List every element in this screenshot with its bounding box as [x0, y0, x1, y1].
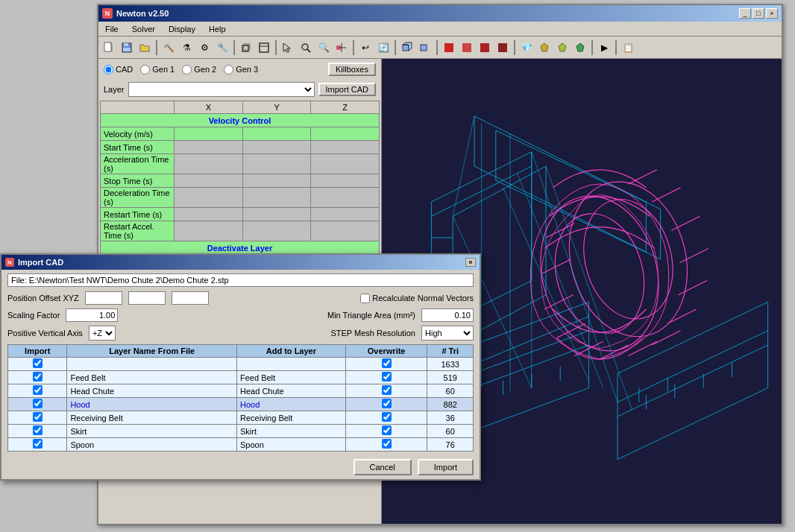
import-checkbox[interactable]: [33, 372, 43, 381]
vertical-axis-select[interactable]: +Z +Y +X: [89, 326, 116, 341]
row-import-check[interactable]: [8, 438, 67, 452]
overwrite-checkbox[interactable]: [382, 412, 392, 422]
tb-box1[interactable]: [238, 39, 254, 56]
tb-play[interactable]: ▶: [596, 39, 612, 56]
tb-red4[interactable]: [494, 39, 511, 56]
import-checkbox[interactable]: [33, 425, 43, 435]
import-checkbox[interactable]: [33, 358, 43, 368]
tb-cursor[interactable]: [280, 39, 296, 56]
velocity-z-input[interactable]: [314, 130, 376, 139]
dialog-close-button[interactable]: ×: [465, 258, 476, 267]
menu-file[interactable]: File: [102, 24, 122, 34]
tb-red2[interactable]: [459, 39, 475, 56]
import-checkbox[interactable]: [33, 412, 43, 422]
recalc-normals-label[interactable]: Recalculate Normal Vectors: [360, 294, 474, 303]
tb-cube1[interactable]: [399, 39, 415, 56]
radio-gen3-input[interactable]: [224, 65, 233, 75]
import-button[interactable]: Import: [418, 459, 474, 475]
velocity-x[interactable]: [174, 127, 242, 141]
minimize-button[interactable]: _: [739, 8, 751, 19]
close-button[interactable]: ×: [766, 8, 778, 19]
row-overwrite[interactable]: [345, 425, 427, 438]
restart-time-row: Restart Time (s): [101, 208, 380, 221]
tb-gear[interactable]: ⚙: [196, 39, 213, 56]
tb-flask[interactable]: ⚗: [178, 39, 195, 56]
radio-gen1-input[interactable]: [140, 65, 150, 75]
killboxes-button[interactable]: Killboxes: [328, 63, 376, 76]
row-import-check[interactable]: [8, 425, 67, 438]
import-checkbox[interactable]: [33, 385, 43, 395]
menu-help[interactable]: Help: [206, 24, 229, 34]
tb-gem3[interactable]: [554, 39, 571, 56]
row-add-to-layer[interactable]: Hood: [237, 398, 346, 411]
row-import-check[interactable]: [8, 398, 67, 411]
radio-gen2-input[interactable]: [182, 65, 192, 75]
tb-box2[interactable]: [256, 39, 272, 56]
tb-red1[interactable]: [441, 39, 457, 56]
scaling-factor-input[interactable]: [66, 308, 118, 322]
row-overwrite[interactable]: [345, 411, 427, 425]
row-add-to-layer[interactable]: Skirt: [237, 425, 346, 438]
row-import-check[interactable]: [8, 371, 67, 384]
position-x-input[interactable]: [85, 291, 122, 305]
velocity-y-input[interactable]: [246, 130, 308, 139]
radio-gen3[interactable]: Gen 3: [224, 65, 258, 75]
tb-zoom[interactable]: [298, 39, 314, 56]
row-overwrite[interactable]: [345, 438, 427, 452]
row-add-to-layer[interactable]: [237, 358, 346, 371]
tb-red3[interactable]: [477, 39, 493, 56]
tb-gem1[interactable]: 💎: [518, 39, 535, 56]
layer-select[interactable]: [128, 82, 315, 97]
import-checkbox[interactable]: [33, 399, 43, 408]
overwrite-checkbox[interactable]: [382, 439, 392, 449]
velocity-y[interactable]: [242, 127, 311, 141]
overwrite-checkbox[interactable]: [382, 358, 392, 368]
tb-wrench[interactable]: 🔧: [214, 39, 230, 56]
row-add-to-layer[interactable]: Spoon: [237, 438, 346, 452]
recalc-normals-checkbox[interactable]: [360, 294, 370, 303]
tb-cube2[interactable]: [417, 39, 433, 56]
tb-refresh[interactable]: ↩: [357, 39, 374, 56]
import-checkbox[interactable]: [33, 439, 43, 449]
overwrite-checkbox[interactable]: [382, 372, 392, 381]
maximize-button[interactable]: □: [752, 8, 764, 19]
tb-gem4[interactable]: [572, 39, 588, 56]
tb-save[interactable]: [119, 39, 135, 56]
tb-hammer[interactable]: 🔨: [160, 39, 177, 56]
row-add-to-layer[interactable]: Feed Belt: [237, 371, 346, 384]
overwrite-checkbox[interactable]: [382, 385, 392, 395]
step-mesh-select[interactable]: Low Medium High Very High: [421, 326, 474, 341]
row-layer-name: Feed Belt: [67, 371, 237, 384]
menu-display[interactable]: Display: [166, 24, 198, 34]
menu-solver[interactable]: Solver: [129, 24, 158, 34]
position-z-input[interactable]: [172, 291, 209, 305]
tb-new[interactable]: [101, 39, 117, 56]
radio-cad[interactable]: CAD: [104, 65, 133, 75]
row-add-to-layer[interactable]: Receiving Belt: [237, 411, 346, 425]
row-overwrite[interactable]: [345, 398, 427, 411]
import-cad-button[interactable]: Import CAD: [318, 83, 376, 96]
row-import-check[interactable]: [8, 411, 67, 425]
row-overwrite[interactable]: [345, 358, 427, 371]
row-import-check[interactable]: [8, 358, 67, 371]
min-tri-input[interactable]: [421, 308, 474, 322]
position-y-input[interactable]: [128, 291, 166, 305]
row-import-check[interactable]: [8, 384, 67, 398]
velocity-x-input[interactable]: [177, 130, 239, 139]
velocity-z[interactable]: [311, 127, 380, 141]
row-overwrite[interactable]: [345, 371, 427, 384]
row-add-to-layer[interactable]: Head Chute: [237, 384, 346, 398]
radio-cad-input[interactable]: [104, 65, 113, 75]
tb-rotate[interactable]: 🔄: [375, 39, 392, 56]
tb-crosshair[interactable]: [333, 39, 350, 56]
tb-gem2[interactable]: [536, 39, 553, 56]
overwrite-checkbox[interactable]: [382, 399, 392, 408]
tb-open[interactable]: [136, 39, 153, 56]
tb-magnify[interactable]: 🔍: [315, 39, 332, 56]
radio-gen2[interactable]: Gen 2: [182, 65, 216, 75]
radio-gen1[interactable]: Gen 1: [140, 65, 175, 75]
row-overwrite[interactable]: [345, 384, 427, 398]
cancel-button[interactable]: Cancel: [353, 459, 412, 475]
overwrite-checkbox[interactable]: [382, 425, 392, 435]
tb-clipboard[interactable]: 📋: [620, 39, 636, 56]
